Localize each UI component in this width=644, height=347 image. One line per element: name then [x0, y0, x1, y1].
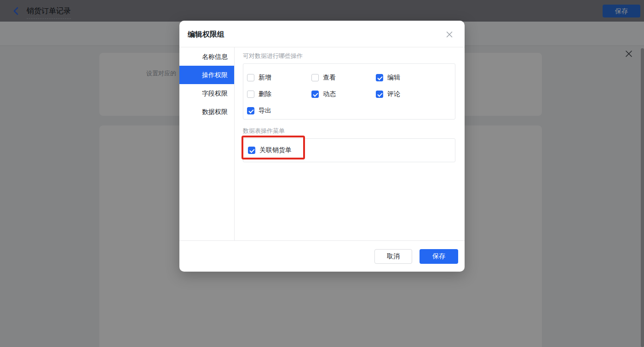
- checkbox[interactable]: [311, 74, 319, 81]
- checkbox[interactable]: [376, 91, 383, 98]
- dialog-header: 编辑权限组: [179, 21, 465, 47]
- table-menu-group-label: 数据表操作菜单: [243, 127, 455, 135]
- checkbox[interactable]: [376, 74, 383, 81]
- dialog-content: 可对数据进行哪些操作 新增 查看 编辑: [235, 47, 465, 240]
- tab-data-permission[interactable]: 数据权限: [179, 102, 234, 121]
- table-menu-checkbox-group: 关联销货单: [243, 138, 455, 162]
- operations-checkbox-group: 新增 查看 编辑 删除: [243, 63, 455, 119]
- cancel-button[interactable]: 取消: [374, 249, 412, 264]
- checkbox-label: 编辑: [387, 74, 400, 82]
- checkbox-item-add[interactable]: 新增: [247, 69, 311, 86]
- tab-operation-permission[interactable]: 操作权限: [179, 66, 234, 84]
- checkbox-label: 评论: [387, 90, 400, 98]
- save-button[interactable]: 保存: [420, 249, 458, 264]
- checkbox[interactable]: [247, 107, 254, 114]
- checkbox-label: 动态: [323, 90, 336, 98]
- tab-field-permission[interactable]: 字段权限: [179, 84, 234, 102]
- checkbox-label: 删除: [259, 90, 271, 98]
- checkbox-item-linked-sales-order[interactable]: 关联销货单: [248, 142, 292, 159]
- checkbox-item-comment[interactable]: 评论: [376, 86, 440, 102]
- checkbox-item-activity[interactable]: 动态: [311, 86, 376, 102]
- dialog-title: 编辑权限组: [188, 30, 224, 40]
- tab-name-info[interactable]: 名称信息: [179, 47, 234, 66]
- checkbox-label: 关联销货单: [259, 146, 292, 154]
- dialog-footer: 取消 保存: [179, 240, 465, 272]
- checkbox-item-view[interactable]: 查看: [311, 69, 376, 86]
- dialog-body: 名称信息 操作权限 字段权限 数据权限 可对数据进行哪些操作 新增 查看: [179, 47, 465, 240]
- checkbox-label: 查看: [323, 74, 336, 82]
- checkbox-item-delete[interactable]: 删除: [247, 86, 311, 102]
- checkbox-label: 新增: [259, 74, 271, 82]
- edit-permission-group-dialog: 编辑权限组 名称信息 操作权限 字段权限 数据权限 可对数据进行哪些操作 新增: [179, 21, 465, 272]
- checkbox-item-export[interactable]: 导出: [247, 102, 311, 119]
- checkbox[interactable]: [247, 74, 254, 81]
- checkbox-item-edit[interactable]: 编辑: [376, 69, 440, 86]
- app-root: 销货订单记录 保存 报表权限 设置对应的「 + 新建权限组 菜单 打印模版设置 …: [0, 0, 644, 347]
- checkbox[interactable]: [247, 91, 254, 98]
- operations-group-label: 可对数据进行哪些操作: [243, 52, 455, 60]
- checkbox[interactable]: [311, 91, 319, 98]
- checkbox[interactable]: [248, 147, 255, 154]
- dialog-sidebar: 名称信息 操作权限 字段权限 数据权限: [179, 47, 235, 240]
- dialog-close-icon[interactable]: [445, 30, 454, 39]
- checkbox-label: 导出: [259, 107, 271, 115]
